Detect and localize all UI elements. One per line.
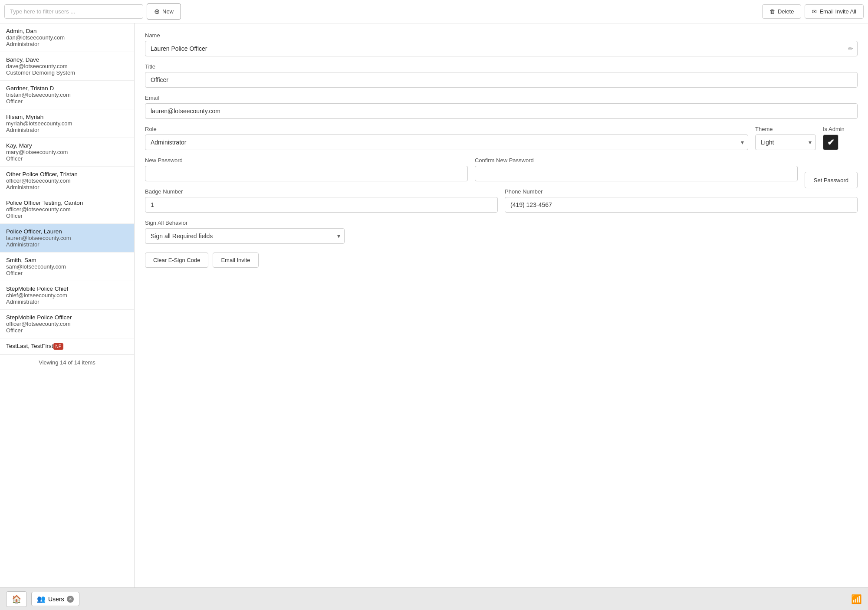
is-admin-checkbox[interactable]: ✔ [823,134,838,150]
user-email: dan@lotseecounty.com [6,34,128,41]
user-email: chief@lotseecounty.com [6,292,128,298]
user-list-item[interactable]: StepMobile Police Officerofficer@lotseec… [0,310,134,338]
trash-icon: 🗑 [769,8,775,15]
sign-all-behavior-select[interactable]: Sign all Required fields Sign Required f… [145,228,345,244]
role-theme-admin-row: Role Administrator Officer ▾ Theme Light [145,126,858,157]
user-email: tristan@lotseecounty.com [6,92,128,98]
user-list-item[interactable]: Police Officer, Laurenlauren@lotseecount… [0,224,134,253]
detail-panel: Name ✏ Title Email Role [135,23,868,587]
clear-esign-code-button[interactable]: Clear E-Sign Code [145,253,208,268]
user-list: Admin, Dandan@lotseecounty.comAdministra… [0,23,135,587]
user-list-item[interactable]: TestLast, TestFirstNP [0,338,134,354]
user-list-item[interactable]: Smith, Samsam@lotseecounty.comOfficer [0,253,134,281]
users-close-button[interactable]: ✕ [67,596,74,603]
confirm-password-label: Confirm New Password [475,157,798,164]
user-role: Officer [6,155,128,162]
role-group: Role Administrator Officer ▾ [145,126,748,150]
checkmark-icon: ✔ [827,137,835,148]
theme-select[interactable]: Light Dark [755,134,816,150]
role-label: Role [145,126,748,132]
user-role: Officer [6,213,128,219]
user-role: Administrator [6,127,128,133]
sign-all-behavior-group: Sign All Behavior Sign all Required fiel… [145,220,858,244]
title-input[interactable] [145,72,858,88]
user-email: dave@lotseecounty.com [6,63,128,69]
wifi-icon: 📶 [851,594,862,604]
title-label: Title [145,63,858,70]
user-name: Smith, Sam [6,257,128,263]
user-email: mary@lotseecounty.com [6,149,128,155]
user-name: Kay, Mary [6,142,128,149]
users-icon: 👥 [37,595,46,603]
new-button[interactable]: ⊕ New [147,3,181,20]
user-role: Administrator [6,298,128,305]
name-label: Name [145,32,858,39]
user-name: Other Police Officer, Tristan [6,171,128,177]
user-list-footer: Viewing 14 of 14 items [0,354,134,370]
email-group: Email [145,95,858,119]
name-input[interactable] [145,41,858,56]
user-name: Hisam, Myriah [6,114,128,120]
new-password-group: New Password [145,157,468,181]
user-name: StepMobile Police Officer [6,314,128,321]
user-email: myriah@lotseecounty.com [6,120,128,127]
is-admin-group: Is Admin ✔ [823,126,858,150]
user-email: officer@lotseecounty.com [6,206,128,213]
filter-input[interactable] [4,4,143,19]
confirm-password-group: Confirm New Password [475,157,798,181]
confirm-password-input[interactable] [475,166,798,181]
user-role: Officer [6,327,128,334]
user-role: Customer Demoing System [6,69,128,76]
badge-number-group: Badge Number [145,188,498,213]
name-group: Name ✏ [145,32,858,56]
home-taskbar-item[interactable]: 🏠 [6,591,27,607]
edit-icon[interactable]: ✏ [848,45,853,52]
badge-phone-row: Badge Number Phone Number [145,188,858,220]
users-taskbar-item[interactable]: 👥 Users ✕ [31,592,79,606]
new-password-input[interactable] [145,166,468,181]
password-row: New Password Confirm New Password Set Pa… [145,157,858,188]
theme-label: Theme [755,126,816,132]
user-list-item[interactable]: Baney, Davedave@lotseecounty.comCustomer… [0,52,134,81]
user-list-item[interactable]: Police Officer Testing, Cantonofficer@lo… [0,195,134,224]
toolbar: ⊕ New 🗑 Delete ✉ Email Invite All [0,0,868,23]
taskbar: 🏠 👥 Users ✕ 📶 [0,587,868,610]
title-group: Title [145,63,858,88]
user-name: Baney, Dave [6,56,128,63]
user-email: officer@lotseecounty.com [6,177,128,184]
sign-all-behavior-label: Sign All Behavior [145,220,858,226]
phone-number-group: Phone Number [505,188,858,213]
email-icon: ✉ [812,8,817,15]
set-password-button[interactable]: Set Password [805,172,858,188]
email-invite-button[interactable]: Email Invite [213,253,258,268]
user-list-item[interactable]: StepMobile Police Chiefchief@lotseecount… [0,281,134,310]
user-list-item[interactable]: Other Police Officer, Tristanofficer@lot… [0,167,134,195]
user-role: Officer [6,270,128,276]
role-select[interactable]: Administrator Officer [145,134,748,150]
user-list-item[interactable]: Hisam, Myriahmyriah@lotseecounty.comAdmi… [0,109,134,138]
phone-number-input[interactable] [505,197,858,213]
home-icon: 🏠 [12,594,21,604]
content-area: Admin, Dandan@lotseecounty.comAdministra… [0,23,868,587]
user-email: officer@lotseecounty.com [6,321,128,327]
user-name: TestLast, TestFirstNP [6,343,128,350]
is-admin-label: Is Admin [823,126,858,132]
user-name: Gardner, Tristan D [6,85,128,92]
user-list-item[interactable]: Gardner, Tristan Dtristan@lotseecounty.c… [0,81,134,109]
user-email: lauren@lotseecounty.com [6,235,128,241]
badge-number-input[interactable] [145,197,498,213]
user-list-item[interactable]: Kay, Marymary@lotseecounty.comOfficer [0,138,134,167]
delete-button[interactable]: 🗑 Delete [762,4,802,19]
action-buttons: Clear E-Sign Code Email Invite [145,253,858,268]
user-name: StepMobile Police Chief [6,285,128,292]
user-role: Administrator [6,184,128,190]
user-role: Administrator [6,241,128,248]
user-email: sam@lotseecounty.com [6,263,128,270]
email-invite-all-button[interactable]: ✉ Email Invite All [805,4,864,19]
email-input[interactable] [145,103,858,119]
plus-icon: ⊕ [154,7,160,16]
user-name: Police Officer, Lauren [6,228,128,235]
user-role: Officer [6,98,128,105]
badge-number-label: Badge Number [145,188,498,195]
user-list-item[interactable]: Admin, Dandan@lotseecounty.comAdministra… [0,23,134,52]
